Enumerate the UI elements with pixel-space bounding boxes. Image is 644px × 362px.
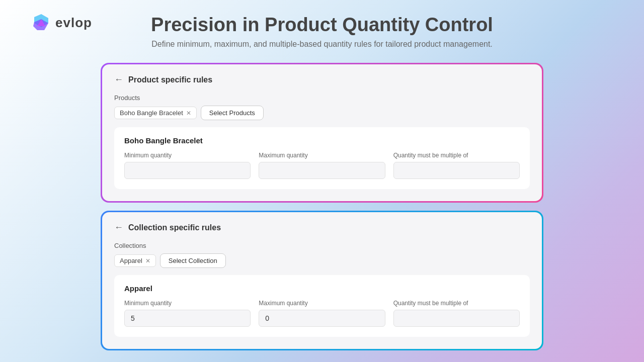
- collection-card: Apparel Minimum quantity Maximum quantit…: [114, 275, 530, 337]
- collection-back-arrow[interactable]: ←: [114, 222, 123, 233]
- product-fields-row: Minimum quantity Maximum quantity Quanti…: [124, 152, 520, 179]
- product-max-field-group: Maximum quantity: [259, 152, 385, 179]
- product-panel-title: Product specific rules: [128, 75, 212, 84]
- collection-tag: Apparel ✕: [114, 254, 156, 267]
- collection-multiple-label: Quantity must be multiple of: [393, 300, 520, 307]
- product-min-field-group: Minimum quantity: [124, 152, 251, 179]
- product-tags-row: Boho Bangle Bracelet ✕ Select Products: [114, 106, 530, 120]
- page-header: Precision in Product Quantity Control De…: [0, 0, 644, 58]
- logo-text: evlop: [55, 15, 92, 31]
- select-collection-button[interactable]: Select Collection: [160, 253, 226, 268]
- product-tag-close[interactable]: ✕: [186, 110, 191, 117]
- product-min-label: Minimum quantity: [124, 152, 251, 159]
- product-panel-header: ← Product specific rules: [114, 74, 530, 85]
- product-min-input[interactable]: [124, 162, 251, 179]
- page-title: Precision in Product Quantity Control: [0, 14, 644, 36]
- collection-tag-close[interactable]: ✕: [145, 257, 150, 264]
- panels-container: ← Product specific rules Products Boho B…: [0, 63, 644, 358]
- collection-max-label: Maximum quantity: [259, 300, 385, 307]
- collection-fields-row: Minimum quantity Maximum quantity Quanti…: [124, 300, 520, 327]
- collection-panel: ← Collection specific rules Collections …: [102, 212, 542, 349]
- evlop-logo-icon: [30, 12, 51, 33]
- collection-max-input[interactable]: [259, 310, 385, 327]
- product-section-label: Products: [114, 94, 530, 102]
- collection-min-field-group: Minimum quantity: [124, 300, 251, 327]
- collection-panel-header: ← Collection specific rules: [114, 222, 530, 233]
- collection-min-label: Minimum quantity: [124, 300, 251, 307]
- product-panel-wrapper: ← Product specific rules Products Boho B…: [101, 63, 543, 203]
- collection-section-label: Collections: [114, 242, 530, 249]
- collection-tags-row: Apparel ✕ Select Collection: [114, 253, 530, 268]
- product-multiple-input[interactable]: [393, 162, 520, 179]
- product-tag: Boho Bangle Bracelet ✕: [114, 107, 197, 119]
- product-tag-label: Boho Bangle Bracelet: [120, 109, 183, 117]
- product-multiple-label: Quantity must be multiple of: [393, 152, 520, 159]
- collection-max-field-group: Maximum quantity: [259, 300, 385, 327]
- page-subtitle: Define minimum, maximum, and multiple-ba…: [0, 40, 644, 49]
- product-panel: ← Product specific rules Products Boho B…: [102, 64, 542, 201]
- collection-panel-title: Collection specific rules: [128, 223, 221, 232]
- select-products-button[interactable]: Select Products: [201, 106, 264, 120]
- collection-multiple-field-group: Quantity must be multiple of: [393, 300, 520, 327]
- collection-card-title: Apparel: [124, 284, 520, 293]
- product-max-input[interactable]: [259, 162, 385, 179]
- product-multiple-field-group: Quantity must be multiple of: [393, 152, 520, 179]
- product-card: Boho Bangle Bracelet Minimum quantity Ma…: [114, 127, 530, 189]
- collection-tag-label: Apparel: [120, 257, 142, 264]
- product-max-label: Maximum quantity: [259, 152, 385, 159]
- collection-multiple-input[interactable]: [393, 310, 520, 327]
- collection-panel-wrapper: ← Collection specific rules Collections …: [101, 211, 543, 350]
- collection-min-input[interactable]: [124, 310, 251, 327]
- product-card-title: Boho Bangle Bracelet: [124, 136, 520, 145]
- product-back-arrow[interactable]: ←: [114, 74, 123, 85]
- logo: evlop: [30, 12, 92, 33]
